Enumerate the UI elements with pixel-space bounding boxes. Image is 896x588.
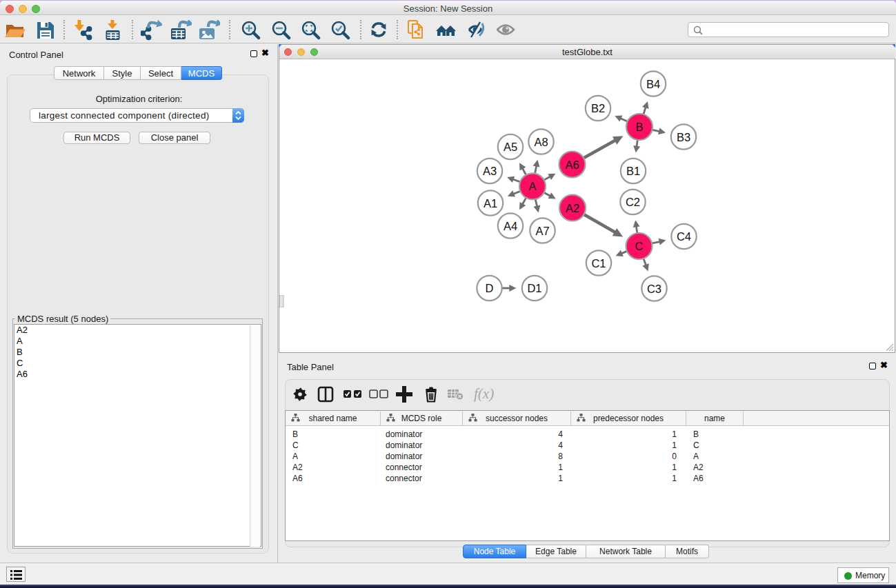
svg-text:A6: A6	[565, 159, 579, 171]
svg-text:A3: A3	[483, 165, 497, 177]
svg-text:A: A	[528, 180, 536, 192]
svg-text:C4: C4	[677, 230, 691, 243]
svg-text:B: B	[635, 121, 643, 133]
svg-text:D: D	[486, 282, 494, 294]
svg-text:B2: B2	[591, 102, 605, 114]
svg-text:C2: C2	[626, 196, 640, 208]
svg-text:C: C	[635, 240, 644, 252]
svg-text:B4: B4	[646, 78, 660, 90]
svg-text:D1: D1	[527, 282, 541, 294]
svg-text:B3: B3	[677, 131, 690, 143]
svg-text:A7: A7	[535, 225, 549, 237]
svg-text:C1: C1	[591, 257, 606, 270]
svg-text:A2: A2	[566, 202, 579, 214]
svg-text:A1: A1	[484, 197, 497, 210]
svg-text:A4: A4	[504, 220, 517, 232]
svg-text:A8: A8	[534, 136, 548, 148]
svg-text:C3: C3	[647, 283, 661, 295]
svg-text:B1: B1	[626, 165, 640, 177]
svg-text:A5: A5	[504, 141, 517, 153]
